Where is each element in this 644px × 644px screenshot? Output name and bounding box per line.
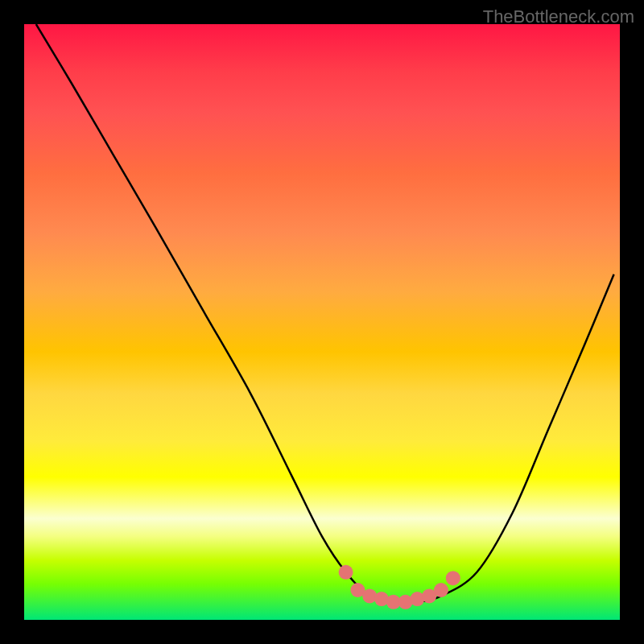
chart-svg <box>24 24 620 620</box>
chart-frame: TheBottleneck.com <box>0 0 644 644</box>
optimal-dot <box>339 565 353 580</box>
bottleneck-curve <box>36 24 614 603</box>
optimal-dot <box>434 583 448 597</box>
watermark-text: TheBottleneck.com <box>483 6 634 27</box>
optimal-range-dots <box>339 565 460 609</box>
optimal-dot <box>446 571 460 585</box>
